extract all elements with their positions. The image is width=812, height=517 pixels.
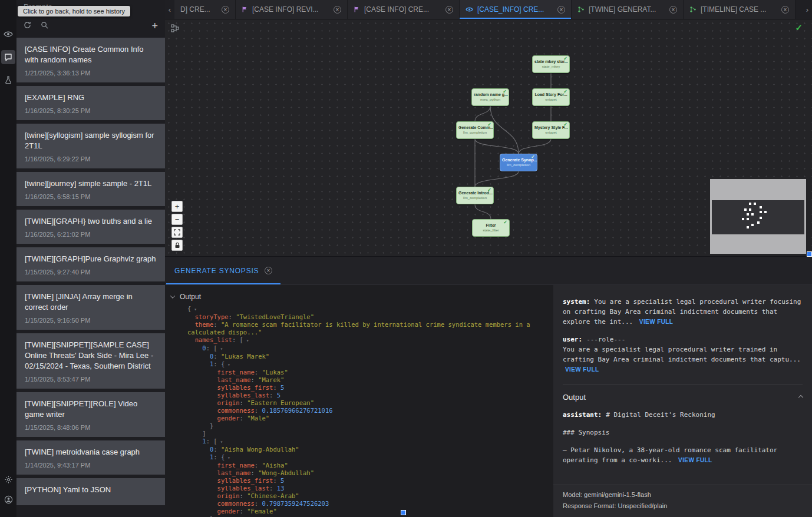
node-check-icon: ✓ [503,90,507,94]
graph-node-mystery-style[interactable]: Mystery Style F...snippet✓ [532,121,570,139]
graph-node-generate-intro[interactable]: Generate Introd...llm_completion✓ [456,187,494,204]
eye-tool-icon[interactable] [1,27,15,41]
tab-case-info-cre[interactable]: [CASE_INFO] CRE...× [460,0,572,19]
history-tooltip: Click to go back, hold to see history [18,6,130,16]
output-label: Output [180,293,201,301]
tab-case-info-revi[interactable]: [CASE INFO] REVI...× [236,0,348,19]
prompt-list-item[interactable]: [TWINE] [JINJA] Array merge in correct o… [16,285,165,330]
response-format-line: Response Format: Unspecified/plain [563,501,803,512]
prompt-list-item[interactable]: [TWINE][GRAPH} two truths and a lie1/16/… [16,210,165,244]
tab-close-icon[interactable]: × [445,6,453,14]
prompt-timestamp: 1/14/2025, 9:43:17 PM [25,462,157,469]
experiments-flask-icon[interactable] [1,73,15,87]
system-text: You are a specialist legal procedural wr… [563,298,801,326]
output-section-header[interactable]: Output [563,392,803,402]
tab-label: [CASE_INFO] CRE... [477,5,553,14]
prompt-timestamp: 1/16/2025, 8:30:25 PM [25,107,157,114]
prompt-list-item[interactable]: [TWINE] metroidvania case graph1/14/2025… [16,440,165,475]
prompt-timestamp: 1/21/2025, 3:36:13 PM [25,69,157,77]
minimap[interactable] [710,179,806,254]
tab-close-icon[interactable]: × [781,6,789,14]
tabs-container: D] CRE...×[CASE INFO] REVI...×[CASE INFO… [174,0,803,19]
prompt-title: [TWINE][GRAPH} two truths and a lie [25,216,157,227]
flag-icon [242,6,248,13]
settings-gear-icon[interactable] [1,472,15,486]
output-collapse-header[interactable]: Output [165,285,553,304]
saved-check-icon: ✓ [795,22,803,33]
prompt-list-item[interactable]: [twine][syllogism] sample syllogism for … [16,124,165,168]
graph-node-load-story-format[interactable]: Load Story For...snippet✓ [532,88,570,106]
node-subtitle: state_mkey [533,64,569,69]
graph-canvas[interactable]: ✓ + − state mkey stor...state_mkey✓rando… [165,19,812,256]
branch-icon [577,6,585,13]
prompt-list-item[interactable]: [PYTHON] Yaml to JSON [16,478,165,505]
node-subtitle: snippet [533,97,569,102]
resize-handle[interactable] [807,251,812,257]
bottom-tab-generate-synopsis[interactable]: GENERATE SYNOPSIS × [166,257,280,284]
prompt-timestamp: 1/16/2025, 6:58:15 PM [25,193,157,200]
tab-close-icon[interactable]: × [334,6,341,14]
node-subtitle: llm_completion [457,130,493,135]
prompt-title: [PYTHON] Yaml to JSON [25,485,157,495]
bottom-tab-label: GENERATE SYNOPSIS [174,267,259,275]
resize-handle[interactable] [401,510,406,515]
assistant-title-line: assistant:# Digital Deceit's Reckoning [563,410,803,420]
tabs-scroll-right-icon[interactable]: › [803,0,812,19]
minimap-dots [710,179,806,254]
prompt-list-item[interactable]: [twine][journey] simple sample - 2T1L1/1… [16,172,165,206]
tab-close-icon[interactable]: × [222,6,229,14]
assistant-title: # Digital Deceit's Reckoning [606,411,715,419]
account-icon[interactable] [1,492,15,506]
graph-node-state-mkey-store[interactable]: state mkey stor...state_mkey✓ [532,55,570,73]
node-check-icon: ✓ [503,220,507,225]
zoom-out-button[interactable]: − [171,214,183,225]
zoom-controls: + − [171,201,183,253]
prompts-tool-icon[interactable] [1,50,15,64]
graph-node-generate-synopsis[interactable]: Generate Synop...llm_completion✓ [500,154,537,171]
prompt-timestamp: 1/16/2025, 6:29:22 PM [25,155,157,163]
prompt-list-item[interactable]: [EXAMPLE] RNG1/16/2025, 8:30:25 PM [16,86,165,120]
view-full-link[interactable]: VIEW FULL [678,457,712,463]
zoom-in-button[interactable]: + [171,201,183,212]
tab-twine-generat[interactable]: [TWINE] GENERAT...× [572,0,684,19]
bottom-panel-content: Output { ▾ storyType: "TwistedLoveTriang… [165,285,812,517]
prompt-list-item[interactable]: [TWINE][SNIPPET][SAMPLE CASE] Online Thr… [16,333,165,389]
user-text: You are a specialist legal procedural wr… [563,344,803,364]
prompt-list: [CASE INFO] Create Common Info with rand… [16,38,165,517]
prompt-list-item[interactable]: [TWINE][SNIPPET][ROLE] Video game writer… [16,392,165,437]
tab-label: D] CRE... [180,5,217,14]
sidebar-toolbar: + [16,15,165,37]
node-subtitle: state_filter [473,228,509,233]
bottom-panel: GENERATE SYNOPSIS × Output { ▾ storyType… [165,256,812,517]
tab-d-cre[interactable]: D] CRE...× [174,0,236,19]
tab-close-icon[interactable]: × [557,6,565,14]
graph-node-random-name-gen[interactable]: random name g...exec_python✓ [471,88,509,106]
view-full-link[interactable]: VIEW FULL [639,319,673,325]
search-icon[interactable] [41,21,48,31]
node-check-icon: ✓ [531,155,535,160]
assistant-role-label: assistant: [563,411,602,419]
tabs-scroll-left-icon[interactable]: ‹ [165,0,174,19]
fit-view-button[interactable] [171,227,183,238]
model-info-footer: Model: gemini/gemini-1.5-flash Response … [553,485,812,517]
prompt-list-item[interactable]: [CASE INFO] Create Common Info with rand… [16,38,165,82]
tab-timeline-case[interactable]: [TIMELINE] CASE ...× [684,0,796,19]
json-tree[interactable]: { ▾ storyType: "TwistedLoveTriangle" the… [187,305,546,517]
flag-icon [354,6,360,13]
output-section-label: Output [563,392,586,402]
lock-button[interactable] [171,240,183,251]
inspector-pane: system:You are a specialist legal proced… [553,285,812,517]
prompt-list-item[interactable]: [TWINE][GRAPH]Pure Graphviz graph1/15/20… [16,247,165,281]
refresh-icon[interactable] [24,21,31,31]
auto-layout-icon[interactable] [171,24,179,35]
graph-node-generate-common[interactable]: Generate Comm...llm_completion✓ [456,121,494,139]
prompt-title: [twine][syllogism] sample syllogism for … [25,130,157,151]
graph-node-filter[interactable]: Filterstate_filter✓ [472,219,510,237]
tab-close-icon[interactable]: × [669,6,677,14]
add-prompt-button[interactable]: + [151,21,158,31]
tab-case-info-cre[interactable]: [CASE INFO] CRE...× [348,0,460,19]
eye-icon [466,6,473,12]
bottom-tab-close-icon[interactable]: × [265,267,272,274]
assistant-output-section: Output assistant:# Digital Deceit's Reck… [563,385,803,465]
view-full-link[interactable]: VIEW FULL [565,366,599,373]
